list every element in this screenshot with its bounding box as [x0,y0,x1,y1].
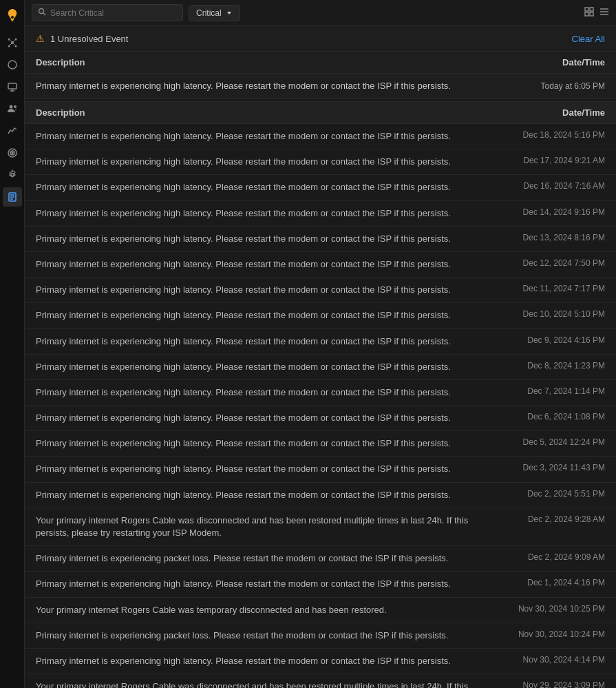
event-date: Dec 2, 2024 5:51 PM [495,489,605,499]
event-desc: Primary internet is experiencing high la… [36,386,484,399]
history-table-header: Description Date/Time [25,101,616,124]
event-date: Dec 2, 2024 9:28 AM [495,514,605,524]
event-date: Dec 2, 2024 9:09 AM [495,552,605,562]
table-row[interactable]: Primary internet is experiencing high la… [25,572,616,597]
main-content: Critical ⚠ 1 Unresolved [25,0,616,688]
topbar: Critical [25,0,616,26]
users-icon[interactable] [3,99,22,118]
table-row[interactable]: Primary internet is experiencing high la… [25,457,616,482]
event-date: Nov 30, 2024 4:14 PM [495,655,605,665]
unresolved-event-desc: Primary internet is experiencing high la… [36,81,530,91]
clear-all-button[interactable]: Clear All [572,34,605,44]
event-desc: Primary internet is experiencing high la… [36,258,484,271]
table-row[interactable]: Primary internet is experiencing high la… [25,175,616,200]
svg-point-14 [9,105,12,109]
unresolved-event-row[interactable]: Primary internet is experiencing high la… [25,74,616,98]
table-row[interactable]: Primary internet is experiencing high la… [25,431,616,457]
event-desc: Primary internet is experiencing high la… [36,207,484,220]
event-date: Dec 10, 2024 5:10 PM [495,309,605,319]
table-row[interactable]: Primary internet is experiencing high la… [25,124,616,149]
svg-line-6 [9,39,12,43]
app-logo[interactable] [3,6,22,25]
table-row[interactable]: Primary internet is experiencing high la… [25,303,616,329]
sidebar [0,0,25,688]
event-date: Nov 29, 2024 3:09 PM [495,680,605,688]
event-date: Dec 9, 2024 4:16 PM [495,335,605,345]
table-row[interactable]: Primary internet is experiencing high la… [25,329,616,355]
event-desc: Primary internet is experiencing high la… [36,655,484,667]
svg-rect-25 [585,8,588,11]
unresolved-table-header: Description Date/Time [25,52,616,74]
table-row[interactable]: Your primary internet Rogers Cable was d… [25,674,616,688]
unresolved-table: Description Date/Time Primary internet i… [25,52,616,98]
events-content: ⚠ 1 Unresolved Event Clear All Descripti… [25,26,616,688]
event-date: Dec 17, 2024 9:21 AM [495,156,605,165]
table-row[interactable]: Primary internet is experiencing high la… [25,252,616,278]
table-row[interactable]: Primary internet is experiencing high la… [25,201,616,227]
filter-label: Critical [196,8,222,18]
topology-icon[interactable] [3,33,22,52]
table-row[interactable]: Primary internet is experiencing high la… [25,149,616,175]
notes-icon[interactable] [3,187,22,207]
event-desc: Primary internet is experiencing high la… [36,181,484,194]
chart-icon[interactable] [3,121,22,140]
table-row[interactable]: Primary internet is experiencing packet … [25,546,616,572]
svg-line-8 [9,43,12,46]
svg-line-7 [12,39,16,43]
filter-dropdown[interactable]: Critical [189,5,240,21]
svg-point-0 [11,16,14,19]
event-date: Dec 18, 2024 5:16 PM [495,130,605,140]
event-date: Dec 11, 2024 7:17 PM [495,284,605,293]
table-row[interactable]: Primary internet is experiencing high la… [25,278,616,303]
history-table: Description Date/Time Primary internet i… [25,101,616,688]
settings-icon[interactable] [3,165,22,185]
event-desc: Your primary internet Rogers Cable was d… [36,514,484,539]
event-desc: Primary internet is experiencing high la… [36,361,484,373]
unresolved-label: ⚠ 1 Unresolved Event [36,33,128,44]
chevron-down-icon [226,10,233,17]
table-row[interactable]: Your primary internet Rogers Cable was t… [25,598,616,623]
svg-point-15 [14,105,17,108]
unresolved-event-date: Today at 6:05 PM [541,81,605,91]
event-date: Dec 3, 2024 11:43 PM [495,463,605,472]
table-row[interactable]: Your primary internet Rogers Cable was d… [25,508,616,546]
svg-point-23 [39,9,44,14]
event-desc: Primary internet is experiencing high la… [36,437,484,450]
table-row[interactable]: Primary internet is experiencing high la… [25,227,616,252]
svg-line-24 [43,13,46,16]
table-row[interactable]: Primary internet is experiencing packet … [25,623,616,649]
search-icon [38,8,46,18]
grid-view-icon[interactable] [584,7,594,19]
event-desc: Primary internet is experiencing high la… [36,130,484,143]
search-box[interactable] [32,4,183,21]
svg-rect-11 [8,83,17,89]
unresolved-date-header: Date/Time [562,57,605,67]
event-date: Dec 7, 2024 1:14 PM [495,386,605,396]
event-date: Dec 12, 2024 7:50 PM [495,258,605,268]
unresolved-banner: ⚠ 1 Unresolved Event Clear All [25,26,616,52]
event-date: Dec 8, 2024 1:23 PM [495,361,605,371]
event-desc: Primary internet is experiencing packet … [36,552,484,565]
circle-nav-icon[interactable] [3,55,22,74]
event-desc: Primary internet is experiencing high la… [36,578,484,590]
event-desc: Primary internet is experiencing high la… [36,463,484,475]
table-row[interactable]: Primary internet is experiencing high la… [25,355,616,380]
event-desc: Primary internet is experiencing high la… [36,335,484,348]
event-desc: Your primary internet Rogers Cable was d… [36,680,484,688]
event-desc: Primary internet is experiencing high la… [36,284,484,296]
list-view-icon[interactable] [599,7,609,19]
table-row[interactable]: Primary internet is experiencing high la… [25,406,616,431]
table-row[interactable]: Primary internet is experiencing high la… [25,649,616,674]
search-input[interactable] [50,8,160,18]
history-desc-header: Description [36,107,85,118]
unresolved-count: 1 Unresolved Event [50,34,128,44]
target-icon[interactable] [3,143,22,163]
event-date: Dec 5, 2024 12:24 PM [495,437,605,447]
topbar-actions [584,7,609,19]
svg-rect-27 [585,12,588,16]
table-row[interactable]: Primary internet is experiencing high la… [25,380,616,406]
monitor-icon[interactable] [3,77,22,96]
table-row[interactable]: Primary internet is experiencing high la… [25,483,616,508]
event-desc: Primary internet is experiencing high la… [36,233,484,245]
event-date: Dec 14, 2024 9:16 PM [495,207,605,217]
